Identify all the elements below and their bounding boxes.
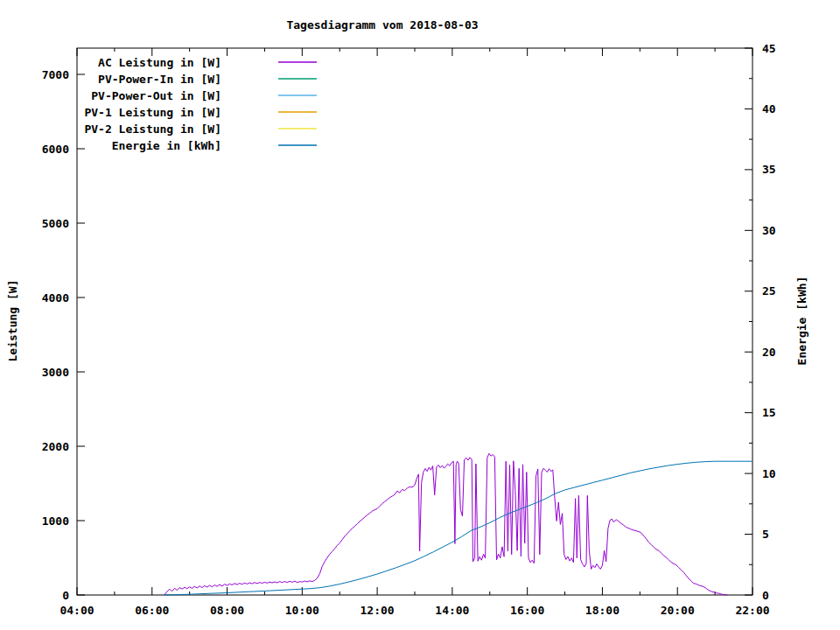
legend-label: PV-Power-In in [W] bbox=[98, 73, 221, 86]
legend-label: AC Leistung in [W] bbox=[98, 56, 221, 69]
y-left-tick-label: 4000 bbox=[42, 291, 69, 304]
y-right-tick-label: 35 bbox=[762, 163, 776, 176]
y-right-tick-label: 40 bbox=[762, 102, 776, 116]
y-right-tick-label: 45 bbox=[762, 42, 776, 55]
legend-label: Energie in [kWh] bbox=[112, 139, 221, 152]
y-left-tick-label: 1000 bbox=[42, 514, 69, 528]
chart-title: Tagesdiagramm vom 2018-08-03 bbox=[286, 18, 478, 32]
legend-label: PV-Power-Out in [W] bbox=[91, 89, 221, 102]
x-tick-label: 06:00 bbox=[135, 604, 169, 617]
y-right-tick-label: 25 bbox=[762, 284, 776, 298]
plot-svg: 04:0006:0008:0010:0012:0014:0016:0018:00… bbox=[0, 0, 840, 630]
y-left-tick-label: 2000 bbox=[42, 440, 69, 453]
y-axis-left-label: Leistung [W] bbox=[6, 190, 19, 452]
x-tick-label: 22:00 bbox=[735, 604, 769, 617]
series-line-ac-leistung-in-w bbox=[164, 453, 727, 595]
y-left-tick-label: 3000 bbox=[42, 366, 69, 379]
y-right-tick-label: 0 bbox=[762, 589, 769, 602]
x-tick-label: 10:00 bbox=[285, 604, 319, 617]
y-right-tick-label: 20 bbox=[762, 346, 776, 359]
y-right-tick-label: 5 bbox=[762, 528, 769, 541]
chart-canvas: Tagesdiagramm vom 2018-08-03 Leistung [W… bbox=[0, 0, 840, 630]
legend-label: PV-2 Leistung in [W] bbox=[84, 122, 221, 136]
y-left-tick-label: 6000 bbox=[42, 143, 69, 156]
y-left-tick-label: 7000 bbox=[42, 68, 69, 81]
series-line-energie-in-kwh bbox=[164, 461, 752, 595]
x-tick-label: 18:00 bbox=[585, 604, 620, 617]
y-right-tick-label: 30 bbox=[762, 224, 776, 237]
legend-label: PV-1 Leistung in [W] bbox=[84, 106, 221, 119]
y-right-tick-label: 10 bbox=[762, 467, 776, 480]
y-left-tick-label: 0 bbox=[62, 589, 69, 602]
x-tick-label: 04:00 bbox=[60, 604, 94, 617]
x-tick-label: 20:00 bbox=[661, 604, 695, 617]
x-tick-label: 12:00 bbox=[360, 604, 395, 617]
x-tick-label: 16:00 bbox=[510, 604, 544, 617]
x-tick-label: 14:00 bbox=[435, 604, 469, 617]
y-axis-right-label: Energie [kWh] bbox=[795, 190, 808, 452]
y-left-tick-label: 5000 bbox=[42, 217, 69, 230]
y-right-tick-label: 15 bbox=[762, 406, 776, 419]
x-tick-label: 08:00 bbox=[210, 604, 244, 617]
